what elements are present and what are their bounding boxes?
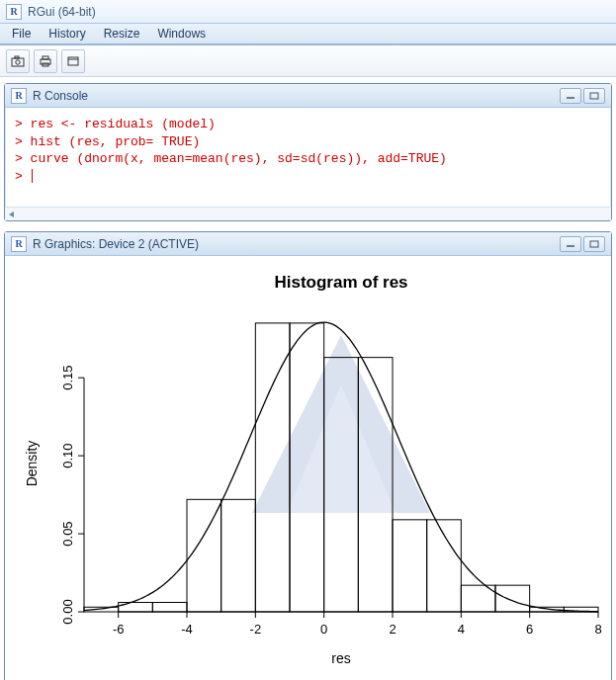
svg-rect-6 (68, 57, 78, 65)
svg-rect-11 (590, 241, 598, 247)
svg-rect-25 (495, 585, 530, 612)
console-title: R Console (33, 89, 554, 103)
console-line: > curve (dnorm(x, mean=mean(res), sd=sd(… (15, 151, 447, 166)
print-icon[interactable] (34, 49, 57, 73)
toolbar (0, 45, 616, 77)
console-titlebar[interactable]: R R Console (5, 84, 611, 108)
maximize-icon[interactable] (583, 236, 605, 252)
console-window: R R Console > res <- residuals (model) >… (4, 83, 612, 221)
svg-text:8: 8 (594, 622, 601, 637)
r-logo-icon: R (6, 4, 22, 20)
minimize-icon[interactable] (560, 236, 581, 252)
maximize-icon[interactable] (583, 88, 605, 104)
svg-rect-1 (15, 56, 19, 58)
svg-rect-9 (590, 93, 598, 99)
svg-text:6: 6 (526, 622, 533, 637)
svg-text:Histogram of res: Histogram of res (274, 273, 407, 292)
console-line: > res <- residuals (model) (15, 117, 216, 131)
svg-text:0: 0 (320, 622, 327, 637)
svg-text:Density: Density (24, 441, 40, 487)
svg-point-2 (16, 59, 20, 63)
svg-rect-15 (152, 603, 187, 612)
svg-rect-14 (119, 603, 153, 612)
camera-icon[interactable] (6, 49, 30, 73)
svg-rect-23 (427, 520, 462, 612)
console-window-controls (560, 88, 605, 104)
svg-text:4: 4 (458, 622, 465, 637)
mdi-client-area: R R Console > res <- residuals (model) >… (0, 77, 616, 680)
svg-rect-16 (187, 499, 221, 612)
svg-text:0.00: 0.00 (60, 599, 75, 624)
svg-text:2: 2 (389, 622, 396, 637)
graphics-window: R R Graphics: Device 2 (ACTIVE) Histogra… (4, 231, 612, 680)
graphics-plot-area: Histogram of res-6-4-202468res0.000.050.… (5, 256, 611, 680)
graphics-titlebar[interactable]: R R Graphics: Device 2 (ACTIVE) (5, 232, 611, 256)
menu-resize[interactable]: Resize (96, 25, 148, 42)
r-logo-icon: R (11, 88, 27, 104)
svg-text:0.05: 0.05 (60, 521, 75, 546)
svg-text:res: res (331, 650, 350, 666)
menu-file[interactable]: File (4, 25, 39, 42)
histogram-plot: Histogram of res-6-4-202468res0.000.050.… (5, 256, 611, 680)
svg-rect-17 (221, 499, 256, 612)
svg-text:-2: -2 (250, 622, 262, 637)
horizontal-scrollbar[interactable] (5, 207, 611, 220)
window-icon[interactable] (61, 49, 85, 73)
minimize-icon[interactable] (560, 88, 581, 104)
svg-rect-22 (393, 520, 427, 612)
console-line: > hist (res, prob= TRUE) (15, 134, 200, 149)
svg-rect-0 (12, 58, 24, 66)
svg-rect-4 (43, 56, 48, 59)
text-cursor (32, 169, 33, 183)
svg-text:0.10: 0.10 (60, 443, 75, 468)
menu-history[interactable]: History (41, 25, 93, 42)
app-titlebar: R RGui (64-bit) (0, 0, 616, 24)
graphics-window-controls (560, 236, 605, 252)
menu-windows[interactable]: Windows (149, 25, 214, 42)
console-prompt: > (15, 169, 31, 184)
svg-text:-6: -6 (113, 622, 125, 637)
svg-text:0.15: 0.15 (60, 366, 75, 390)
r-logo-icon: R (11, 236, 27, 252)
app-title: RGui (64-bit) (28, 5, 96, 19)
console-output[interactable]: > res <- residuals (model) > hist (res, … (5, 108, 611, 207)
svg-text:-4: -4 (181, 622, 193, 637)
menubar: File History Resize Windows (0, 24, 616, 45)
graphics-title: R Graphics: Device 2 (ACTIVE) (33, 237, 554, 251)
